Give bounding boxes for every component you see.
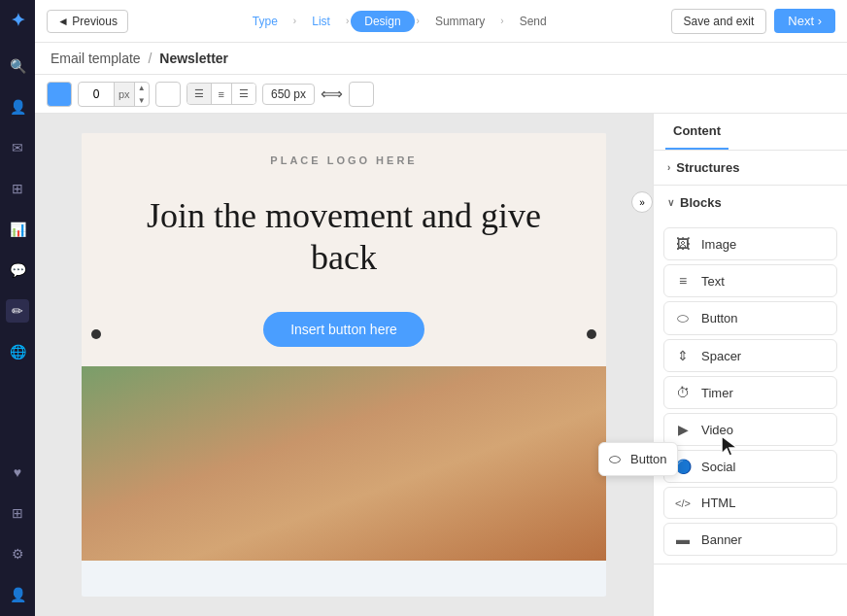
align-group: ☰ ≡ ☰ xyxy=(186,83,256,105)
px-input[interactable] xyxy=(79,86,114,103)
expand-icon[interactable]: ⟺ xyxy=(321,85,343,103)
extra-color-box[interactable] xyxy=(349,82,374,107)
align-left-button[interactable]: ☰ xyxy=(187,84,212,104)
block-item-timer[interactable]: ⏱ Timer xyxy=(663,376,837,409)
structures-header[interactable]: › Structures xyxy=(654,151,847,185)
px-down-arrow[interactable]: ▼ xyxy=(135,94,149,107)
spacer-block-icon: ⇕ xyxy=(674,348,692,363)
next-button[interactable]: Next › xyxy=(774,9,835,33)
nav-steps: Type › List › Design › Summary › Send xyxy=(239,11,560,32)
content-area: Place logo here Join the movement and gi… xyxy=(35,114,847,616)
drag-handle-left xyxy=(91,329,101,339)
block-item-social[interactable]: 🔵 Social xyxy=(663,450,837,483)
tab-content[interactable]: Content xyxy=(665,114,728,150)
button-block-icon: ⬭ xyxy=(674,310,692,326)
sidebar-icon-heart[interactable]: ♥ xyxy=(6,461,29,484)
width-display[interactable]: 650 px xyxy=(262,84,315,105)
breadcrumb-separator: / xyxy=(148,51,152,66)
breadcrumb-current: Newsletter xyxy=(159,51,228,66)
blocks-section: ∨ Blocks 🖼 Image ≡ Text ⬭ Button xyxy=(654,186,847,565)
blocks-list: 🖼 Image ≡ Text ⬭ Button ⇕ Spacer xyxy=(654,220,847,564)
text-block-icon: ≡ xyxy=(674,273,692,289)
social-block-icon: 🔵 xyxy=(674,459,692,474)
spacer-block-label: Spacer xyxy=(701,349,741,363)
block-item-spacer[interactable]: ⇕ Spacer xyxy=(663,339,837,372)
structures-section: › Structures xyxy=(654,151,847,186)
bg-color-picker[interactable] xyxy=(155,82,181,107)
insert-button[interactable]: Insert button here xyxy=(263,312,424,347)
step-chevron-1: › xyxy=(293,16,296,26)
timer-block-label: Timer xyxy=(701,386,733,400)
step-send[interactable]: Send xyxy=(506,11,560,32)
sidebar-icon-account[interactable]: 👤 xyxy=(6,583,29,606)
top-nav: ◄ Previous Type › List › Design › Summar… xyxy=(35,0,847,43)
px-up-arrow[interactable]: ▲ xyxy=(135,82,149,94)
structures-chevron: › xyxy=(667,162,670,173)
sidebar-icon-search[interactable]: 🔍 xyxy=(6,54,29,78)
blocks-header[interactable]: ∨ Blocks xyxy=(654,186,847,220)
email-button-section[interactable]: Insert button here xyxy=(82,302,606,366)
step-chevron-2: › xyxy=(346,16,349,26)
blocks-chevron: ∨ xyxy=(667,197,674,208)
nav-right: Save and exit Next › xyxy=(671,9,835,34)
block-item-text[interactable]: ≡ Text xyxy=(663,264,837,297)
email-canvas: Place logo here Join the movement and gi… xyxy=(82,133,606,597)
email-image-section[interactable] xyxy=(82,366,606,561)
sidebar-icon-user[interactable]: 👤 xyxy=(6,95,29,119)
prev-button[interactable]: ◄ Previous xyxy=(47,10,128,33)
email-logo-section[interactable]: Place logo here xyxy=(82,133,606,186)
email-headline-section[interactable]: Join the movement and give back xyxy=(82,186,606,302)
right-panel: Content › Structures ∨ Blocks 🖼 Im xyxy=(653,114,847,616)
sidebar-icon-apps[interactable]: ⊞ xyxy=(6,501,29,525)
save-exit-button[interactable]: Save and exit xyxy=(671,9,767,34)
sidebar-icon-settings[interactable]: ⚙ xyxy=(6,542,29,565)
breadcrumb-parent[interactable]: Email template xyxy=(51,51,141,66)
step-summary[interactable]: Summary xyxy=(422,11,498,32)
drag-handle-right xyxy=(587,329,596,339)
align-center-button[interactable]: ≡ xyxy=(212,84,232,104)
sidebar-icon-chat[interactable]: 💬 xyxy=(6,258,29,282)
block-item-banner[interactable]: ▬ Banner xyxy=(663,523,837,556)
block-item-image[interactable]: 🖼 Image xyxy=(663,227,837,260)
banner-block-icon: ▬ xyxy=(674,531,692,547)
image-block-icon: 🖼 xyxy=(674,236,692,252)
sidebar-icon-chart[interactable]: 📊 xyxy=(6,218,29,241)
left-sidebar: ✦ 🔍 👤 ✉ ⊞ 📊 💬 ✏ 🌐 ♥ ⊞ ⚙ 👤 xyxy=(0,0,35,616)
button-block-label: Button xyxy=(701,311,738,325)
blocks-label: Blocks xyxy=(680,195,722,210)
step-chevron-4: › xyxy=(500,16,503,26)
color-picker[interactable] xyxy=(47,82,72,107)
step-list[interactable]: List xyxy=(298,11,344,32)
email-canvas-wrapper[interactable]: Place logo here Join the movement and gi… xyxy=(35,114,653,616)
step-design[interactable]: Design xyxy=(351,11,414,32)
html-block-icon: </> xyxy=(674,497,692,509)
block-item-html[interactable]: </> HTML xyxy=(663,487,837,519)
block-item-video[interactable]: ▶ Video xyxy=(663,413,837,446)
sidebar-icon-email[interactable]: ✉ xyxy=(6,136,29,159)
banner-block-label: Banner xyxy=(701,532,742,547)
px-arrows: ▲ ▼ xyxy=(134,82,149,107)
sidebar-icon-compose[interactable]: ✏ xyxy=(6,299,29,323)
block-item-button[interactable]: ⬭ Button xyxy=(663,301,837,335)
toolbar: px ▲ ▼ ☰ ≡ ☰ 650 px ⟺ xyxy=(35,75,847,114)
sidebar-icon-grid[interactable]: ⊞ xyxy=(6,177,29,200)
main-area: ◄ Previous Type › List › Design › Summar… xyxy=(35,0,847,616)
app-logo[interactable]: ✦ xyxy=(11,10,25,31)
step-type[interactable]: Type xyxy=(239,11,291,32)
image-block-label: Image xyxy=(701,237,736,252)
video-block-icon: ▶ xyxy=(674,422,692,437)
headline-text: Join the movement and give back xyxy=(120,195,567,279)
panel-collapse-button[interactable]: » xyxy=(631,191,653,213)
px-unit-label: px xyxy=(114,83,134,106)
logo-placeholder-text: Place logo here xyxy=(270,154,417,166)
content-tabs: Content xyxy=(654,114,847,151)
structures-label: Structures xyxy=(676,160,739,175)
step-chevron-3: › xyxy=(417,16,420,26)
community-image xyxy=(82,366,606,561)
timer-block-icon: ⏱ xyxy=(674,385,692,400)
html-block-label: HTML xyxy=(701,496,735,510)
text-block-label: Text xyxy=(701,274,725,289)
sidebar-icon-globe[interactable]: 🌐 xyxy=(6,340,29,363)
video-block-label: Video xyxy=(701,423,733,437)
align-right-button[interactable]: ☰ xyxy=(232,84,255,104)
